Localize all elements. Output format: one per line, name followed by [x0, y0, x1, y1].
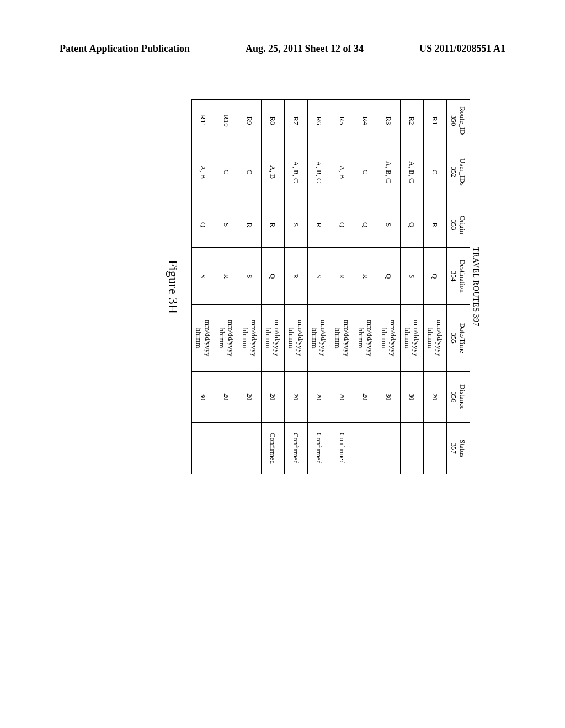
cell-status	[354, 422, 377, 474]
cell-user-ids: A, B, C	[308, 142, 331, 202]
cell-distance: 20	[424, 371, 447, 422]
cell-datetime: mm/dd/yyyyhh:mm	[424, 305, 447, 371]
cell-destination: S	[308, 248, 331, 305]
cell-origin: Q	[354, 202, 377, 248]
col-header-origin: Origin 353	[447, 202, 470, 248]
cell-route-id: R9	[238, 100, 262, 142]
cell-distance: 20	[215, 371, 238, 422]
cell-distance: 20	[308, 371, 331, 422]
cell-user-ids: A, B, C	[285, 142, 308, 202]
travel-routes-table: Route_ID 350 User_IDs 352 Origin 353 Des…	[191, 99, 470, 474]
header-right: US 2011/0208551 A1	[419, 43, 505, 55]
table-row: R7A, B, CSRmm/dd/yyyyhh:mm20Confirmed	[285, 100, 308, 474]
cell-destination: S	[401, 248, 424, 305]
cell-user-ids: C	[424, 142, 447, 202]
cell-distance: 20	[354, 371, 377, 422]
cell-origin: R	[308, 202, 331, 248]
cell-datetime: mm/dd/yyyyhh:mm	[285, 305, 308, 371]
cell-datetime: mm/dd/yyyyhh:mm	[192, 305, 215, 371]
col-header-user-ids: User_IDs 352	[447, 142, 470, 202]
cell-route-id: R11	[192, 100, 215, 142]
cell-user-ids: A, B, C	[377, 142, 401, 202]
cell-user-ids: C	[354, 142, 377, 202]
cell-route-id: R4	[354, 100, 377, 142]
header-center: Aug. 25, 2011 Sheet 12 of 34	[246, 43, 364, 55]
table-row: R2A, B, CQSmm/dd/yyyyhh:mm30	[401, 100, 424, 474]
table-row: R10CSRmm/dd/yyyyhh:mm20	[215, 100, 238, 474]
cell-destination: Q	[377, 248, 401, 305]
cell-datetime: mm/dd/yyyyhh:mm	[215, 305, 238, 371]
cell-destination: R	[285, 248, 308, 305]
cell-distance: 30	[377, 371, 401, 422]
cell-datetime: mm/dd/yyyyhh:mm	[377, 305, 401, 371]
cell-status: Confirmed	[308, 422, 331, 474]
table-row: R6A, B, CRSmm/dd/yyyyhh:mm20Confirmed	[308, 100, 331, 474]
cell-user-ids: A, B, C	[401, 142, 424, 202]
cell-origin: R	[238, 202, 262, 248]
table-header-row: Route_ID 350 User_IDs 352 Origin 353 Des…	[447, 100, 470, 474]
col-header-destination: Destination 354	[447, 248, 470, 305]
cell-status	[192, 422, 215, 474]
table-row: R11A, BQSmm/dd/yyyyhh:mm30	[192, 100, 215, 474]
cell-datetime: mm/dd/yyyyhh:mm	[308, 305, 331, 371]
col-header-distance: Distance 356	[447, 371, 470, 422]
cell-status	[424, 422, 447, 474]
cell-datetime: mm/dd/yyyyhh:mm	[331, 305, 354, 371]
header-left: Patent Application Publication	[60, 43, 190, 55]
cell-distance: 20	[262, 371, 285, 422]
cell-destination: Q	[262, 248, 285, 305]
cell-status: Confirmed	[285, 422, 308, 474]
figure-caption: Figure 3H	[166, 77, 180, 496]
col-header-datetime: Date/Time 355	[447, 305, 470, 371]
cell-status	[377, 422, 401, 474]
cell-route-id: R3	[377, 100, 401, 142]
col-header-route-id: Route_ID 350	[447, 100, 470, 142]
cell-origin: S	[377, 202, 401, 248]
table-row: R5A, BQRmm/dd/yyyyhh:mm20Confirmed	[331, 100, 354, 474]
cell-user-ids: A, B	[262, 142, 285, 202]
cell-status	[401, 422, 424, 474]
cell-origin: S	[285, 202, 308, 248]
cell-datetime: mm/dd/yyyyhh:mm	[354, 305, 377, 371]
cell-destination: R	[215, 248, 238, 305]
rotated-content: TRAVEL ROUTES 397 Route_ID 350 User_IDs …	[105, 77, 480, 496]
page-header: Patent Application Publication Aug. 25, …	[60, 43, 505, 55]
cell-destination: R	[331, 248, 354, 305]
cell-status: Confirmed	[262, 422, 285, 474]
cell-distance: 20	[238, 371, 262, 422]
cell-route-id: R6	[308, 100, 331, 142]
cell-route-id: R10	[215, 100, 238, 142]
cell-distance: 30	[192, 371, 215, 422]
col-header-status: Status 357	[447, 422, 470, 474]
cell-status	[238, 422, 262, 474]
cell-destination: S	[238, 248, 262, 305]
cell-datetime: mm/dd/yyyyhh:mm	[238, 305, 262, 371]
cell-destination: Q	[424, 248, 447, 305]
table-row: R1CRQmm/dd/yyyyhh:mm20	[424, 100, 447, 474]
cell-route-id: R5	[331, 100, 354, 142]
cell-origin: Q	[192, 202, 215, 248]
cell-datetime: mm/dd/yyyyhh:mm	[262, 305, 285, 371]
table-title: TRAVEL ROUTES 397	[471, 77, 480, 496]
cell-status: Confirmed	[331, 422, 354, 474]
cell-route-id: R7	[285, 100, 308, 142]
cell-distance: 20	[331, 371, 354, 422]
cell-destination: R	[354, 248, 377, 305]
cell-route-id: R8	[262, 100, 285, 142]
cell-distance: 30	[401, 371, 424, 422]
cell-origin: S	[215, 202, 238, 248]
cell-status	[215, 422, 238, 474]
table-row: R4CQRmm/dd/yyyyhh:mm20	[354, 100, 377, 474]
table-row: R8A, BRQmm/dd/yyyyhh:mm20Confirmed	[262, 100, 285, 474]
cell-user-ids: C	[238, 142, 262, 202]
cell-distance: 20	[285, 371, 308, 422]
cell-user-ids: C	[215, 142, 238, 202]
table-row: R9CRSmm/dd/yyyyhh:mm20	[238, 100, 262, 474]
cell-user-ids: A, B	[192, 142, 215, 202]
cell-destination: S	[192, 248, 215, 305]
cell-route-id: R2	[401, 100, 424, 142]
cell-route-id: R1	[424, 100, 447, 142]
table-row: R3A, B, CSQmm/dd/yyyyhh:mm30	[377, 100, 401, 474]
cell-origin: R	[262, 202, 285, 248]
cell-user-ids: A, B	[331, 142, 354, 202]
